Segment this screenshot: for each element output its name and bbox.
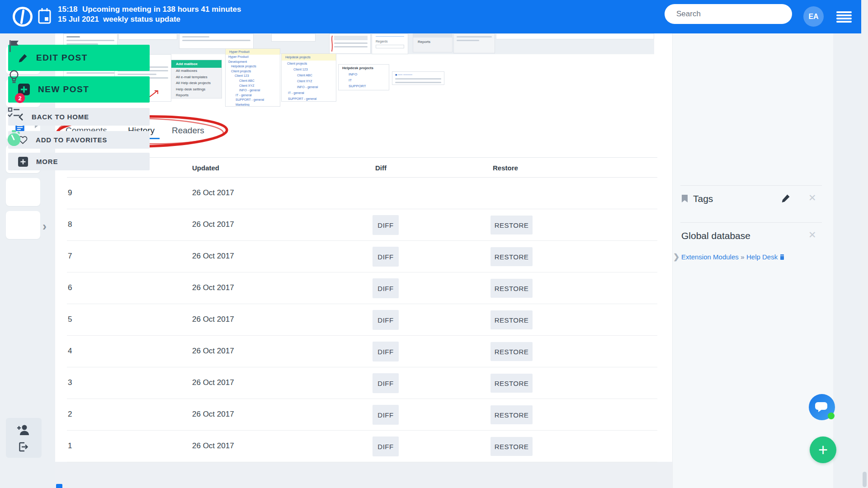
restore-button[interactable]: RESTORE	[491, 342, 533, 361]
thumb-partial-4	[271, 33, 316, 42]
version-row: 526 Oct 2017DIFFRESTORE	[67, 304, 657, 336]
sidebar-item-5[interactable]	[6, 178, 40, 206]
chat-fab[interactable]	[809, 394, 835, 420]
updated-cell: 26 Oct 2017	[192, 410, 234, 419]
mailbox-menu-items: All mailboxesAll e-mail templatesAll Hel…	[171, 68, 222, 99]
version-cell: 9	[68, 188, 72, 197]
list-item: Helpdesk projects	[226, 64, 280, 69]
list-item: All e-mail templates	[171, 74, 222, 80]
thumb-regards: Regards	[372, 33, 408, 54]
updated-cell: 26 Oct 2017	[192, 283, 234, 292]
tags-section-title: Tags	[693, 193, 713, 204]
clock-time: 15:18	[58, 5, 77, 14]
invite-user-icon[interactable]	[17, 424, 30, 436]
thumb-partial-3	[179, 33, 254, 49]
diff-button[interactable]: DIFF	[373, 373, 399, 393]
col-header-diff: Diff	[375, 164, 387, 172]
edit-post-button[interactable]: EDIT POST	[8, 45, 150, 71]
list-item: SUPPORT - general	[226, 98, 280, 103]
chat-bubble-icon	[815, 401, 829, 413]
restore-button[interactable]: RESTORE	[491, 437, 533, 456]
list-item: Help desk settings	[171, 86, 222, 93]
col-header-updated: Updated	[192, 164, 219, 172]
list-item: Marketing	[226, 103, 280, 107]
col-header-restore: Restore	[493, 164, 518, 172]
restore-button[interactable]: RESTORE	[491, 216, 533, 235]
diff-button[interactable]: DIFF	[373, 342, 399, 361]
idea-button[interactable]	[6, 69, 22, 85]
add-to-favorites-label: ADD TO FAVORITES	[36, 136, 107, 144]
more-label: MORE	[36, 158, 58, 165]
version-row: 626 Oct 2017DIFFRESTORE	[67, 272, 657, 304]
thumb-reports-menu: Reports	[413, 33, 453, 52]
add-to-favorites-button[interactable]: ADD TO FAVORITES	[8, 131, 150, 149]
top-bar: 15:18 Upcoming meeting in 138 hours 41 m…	[0, 0, 861, 33]
breadcrumb-chevron-icon[interactable]: ❯	[673, 252, 679, 262]
restore-button[interactable]: RESTORE	[491, 310, 533, 329]
diff-button[interactable]: DIFF	[373, 278, 399, 298]
breadcrumb-separator: »	[741, 253, 744, 261]
diff-button[interactable]: DIFF	[373, 215, 399, 235]
version-row: 326 Oct 2017DIFFRESTORE	[67, 367, 657, 399]
thumb-partial-2	[118, 33, 177, 40]
post-date: 15 Jul 2021	[58, 15, 99, 24]
breadcrumb-extension-modules-link[interactable]: Extension Modules	[681, 253, 739, 261]
right-icon-rail	[833, 33, 861, 488]
updated-cell: 26 Oct 2017	[192, 347, 234, 356]
scrollbar-track[interactable]	[861, 0, 868, 488]
app-logo-icon[interactable]	[12, 6, 33, 28]
list-item: SUPPORT - general	[282, 96, 336, 102]
back-to-home-button[interactable]: BACK TO HOME	[8, 108, 150, 126]
diff-button[interactable]: DIFF	[373, 436, 399, 456]
updated-cell: 26 Oct 2017	[192, 188, 234, 197]
diff-button[interactable]: DIFF	[373, 310, 399, 330]
list-item: IT - general	[226, 93, 280, 98]
breadcrumb-help-desk-link[interactable]: Help Desk	[746, 253, 778, 261]
sidebar-item-6[interactable]	[6, 211, 40, 239]
sign-out-icon[interactable]	[18, 441, 29, 452]
list-item: Client projects	[282, 61, 336, 66]
more-button[interactable]: MORE	[8, 153, 150, 170]
post-title-link[interactable]: weekly status update	[103, 15, 180, 24]
app-root: 15:18 Upcoming meeting in 138 hours 41 m…	[0, 0, 868, 488]
updated-cell: 26 Oct 2017	[192, 220, 234, 229]
table-header-row: Version Updated Diff Restore	[67, 157, 657, 178]
version-row: 426 Oct 2017DIFFRESTORE	[67, 336, 657, 367]
avatar[interactable]: EA	[803, 6, 824, 27]
add-mailbox-header: Add mailbox	[171, 60, 222, 68]
calendar-icon[interactable]	[38, 8, 51, 25]
list-item: INFO - general	[282, 84, 336, 90]
divider	[680, 185, 822, 186]
restore-button[interactable]: RESTORE	[491, 405, 533, 424]
flag-button[interactable]	[6, 38, 22, 54]
thumb-project-tree-2: Helpdesk projects Client projectsClient …	[281, 53, 336, 102]
restore-button[interactable]: RESTORE	[491, 247, 533, 266]
edit-tags-pencil-icon[interactable]	[781, 193, 791, 203]
restore-button[interactable]: RESTORE	[491, 279, 533, 298]
version-cell: 1	[68, 441, 72, 450]
list-item: Client 123	[226, 74, 280, 79]
checklist-button[interactable]	[6, 105, 22, 121]
version-cell: 4	[68, 347, 72, 356]
stopwatch-icon	[6, 129, 22, 147]
diff-button[interactable]: DIFF	[373, 405, 399, 425]
diff-button[interactable]: DIFF	[373, 247, 399, 267]
tags-close-icon[interactable]: ✕	[808, 192, 816, 203]
search-input[interactable]	[665, 4, 792, 24]
checklist-icon	[8, 107, 20, 119]
global-database-close-icon[interactable]: ✕	[808, 230, 816, 240]
more-plus-icon	[18, 157, 28, 167]
lightbulb-icon	[8, 70, 20, 84]
flag-icon	[8, 40, 20, 52]
list-item: Client ABC	[226, 79, 280, 84]
scrollbar-thumb[interactable]	[863, 472, 867, 487]
hamburger-menu-icon[interactable]	[836, 11, 852, 23]
new-post-button[interactable]: NEW POST	[8, 76, 150, 103]
version-cell: 8	[68, 220, 72, 229]
timer-button[interactable]	[6, 130, 22, 146]
upcoming-meeting-link[interactable]: Upcoming meeting in 138 hours 41 minutes	[82, 5, 241, 14]
hidden-element-edge	[56, 484, 62, 488]
restore-button[interactable]: RESTORE	[491, 374, 533, 393]
sidebar-expand-chevron[interactable]: ›	[42, 220, 47, 234]
create-new-fab[interactable]: +	[810, 436, 836, 463]
